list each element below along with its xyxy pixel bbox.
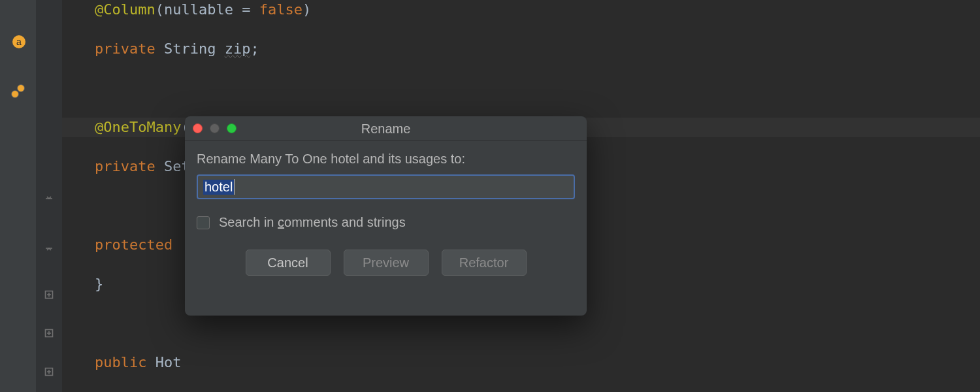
cancel-button[interactable]: Cancel — [246, 250, 331, 276]
editor-gutter — [36, 0, 62, 392]
search-comments-checkbox[interactable] — [197, 216, 210, 229]
dialog-titlebar[interactable]: Rename — [185, 116, 587, 141]
expand-fold-icon[interactable] — [43, 329, 55, 340]
rename-dialog: Rename Rename Many To One hotel and its … — [185, 116, 587, 316]
dialog-buttons: Cancel Preview Refactor — [197, 250, 575, 276]
overridden-icon[interactable] — [11, 84, 27, 100]
dialog-prompt: Rename Many To One hotel and its usages … — [197, 152, 575, 167]
search-comments-label: Search in comments and strings — [219, 215, 406, 230]
author-avatar[interactable]: a — [12, 35, 25, 48]
expand-fold-icon[interactable] — [43, 367, 55, 378]
activity-bar: a — [0, 0, 36, 392]
text-caret — [234, 179, 235, 195]
expand-fold-icon[interactable] — [43, 290, 55, 301]
fold-handle-icon[interactable] — [43, 191, 55, 202]
dialog-title: Rename — [185, 116, 587, 141]
fold-handle-icon[interactable] — [43, 247, 55, 258]
rename-input[interactable]: hotel — [197, 174, 575, 199]
rename-input-value: hotel — [203, 180, 234, 195]
preview-button[interactable]: Preview — [344, 250, 429, 276]
refactor-button[interactable]: Refactor — [442, 250, 527, 276]
